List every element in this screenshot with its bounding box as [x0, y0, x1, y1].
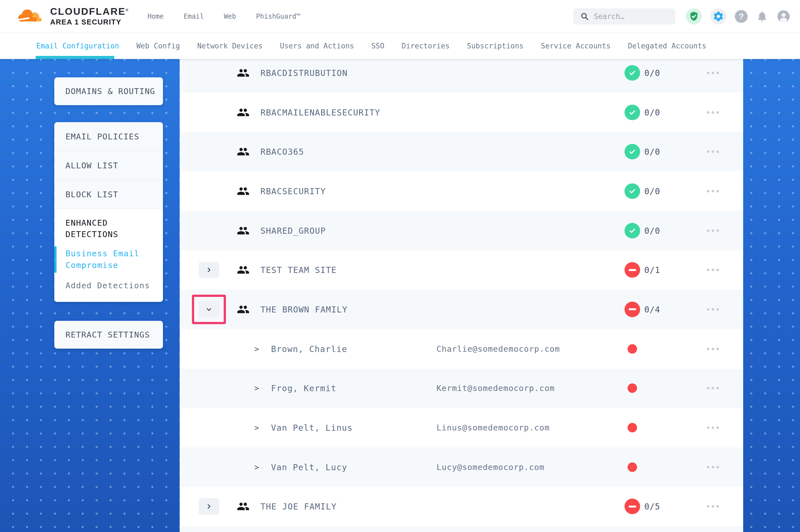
member-count: 0/4	[644, 304, 660, 314]
row-menu-button[interactable]	[707, 151, 719, 153]
row-email: Charlie@somedemocorp.com	[436, 344, 560, 354]
nav-phishguard[interactable]: PhishGuard™	[256, 13, 300, 20]
row-email: Lucy@somedemocorp.com	[436, 462, 545, 472]
active-tab-underline	[36, 56, 114, 59]
table-row: > RBACMAILENABLESECURITY 0/0	[180, 93, 743, 132]
table-row: > Frog, Kermit Kermit@somedemocorp.com	[180, 369, 743, 408]
bell-icon[interactable]	[756, 10, 768, 22]
search-box[interactable]	[573, 8, 675, 24]
tab-users-and-actions[interactable]: Users and Actions	[280, 42, 354, 50]
sidebar-item-retract-settings[interactable]: RETRACT SETTINGS	[54, 321, 163, 349]
groups-table-panel: > RBACDISTRUBUTION 0/0 > RBACMAILENABLES…	[180, 59, 743, 532]
status-ok-badge	[624, 65, 640, 81]
cloudflare-cloud-icon	[17, 7, 46, 26]
gear-icon[interactable]	[710, 8, 726, 24]
row-menu-button[interactable]	[707, 229, 719, 232]
row-menu-button[interactable]	[707, 308, 719, 310]
row-name: RBACO365	[260, 147, 304, 157]
sidebar-item-email-policies[interactable]: EMAIL POLICIES	[54, 122, 163, 151]
member-count: 0/0	[644, 108, 660, 117]
member-count: 0/0	[644, 186, 660, 196]
row-menu-button[interactable]	[707, 269, 719, 271]
nav-home[interactable]: Home	[148, 13, 164, 20]
search-icon	[581, 12, 589, 21]
row-menu-button[interactable]	[707, 190, 719, 192]
row-menu-button[interactable]	[707, 505, 719, 508]
content-area: > RBACDISTRUBUTION 0/0 > RBACMAILENABLES…	[0, 59, 800, 532]
group-icon	[237, 185, 250, 197]
status-ok-badge	[624, 104, 640, 120]
group-icon	[237, 145, 250, 158]
group-icon	[237, 264, 250, 276]
table-row: > RBACO365 0/0	[180, 132, 743, 171]
row-menu-button[interactable]	[707, 111, 719, 114]
table-row: > RBACDISTRUBUTION 0/0	[180, 59, 743, 93]
row-menu-button[interactable]	[707, 72, 719, 74]
row-menu-button[interactable]	[707, 466, 719, 468]
row-menu-button[interactable]	[707, 426, 719, 429]
help-icon[interactable]: ?	[735, 10, 748, 23]
retract-settings-label: RETRACT SETTINGS	[66, 330, 150, 340]
member-chevron-icon[interactable]: >	[254, 344, 259, 354]
status-dot	[628, 462, 637, 472]
group-icon	[237, 106, 250, 119]
tab-sso[interactable]: SSO	[371, 42, 384, 50]
sidebar-item-block-list[interactable]: BLOCK LIST	[54, 180, 163, 209]
status-ok-badge	[624, 223, 640, 239]
status-dot	[628, 383, 637, 393]
member-count: 0/0	[644, 147, 660, 157]
sidebar-item-business-email-compromise[interactable]: Business Email Compromise	[66, 248, 152, 271]
row-email: Linus@somedemocorp.com	[436, 423, 550, 432]
member-count: 0/1	[644, 265, 660, 275]
status-dot	[628, 423, 637, 432]
secondary-nav: Email Configuration Web Config Network D…	[0, 33, 800, 59]
tab-web-config[interactable]: Web Config	[136, 42, 180, 50]
nav-email[interactable]: Email	[184, 13, 204, 20]
member-chevron-icon[interactable]: >	[254, 423, 259, 432]
status-blocked-badge	[624, 302, 640, 317]
table-row: > TEST TEAM SITE 0/1	[180, 250, 743, 290]
member-count: 0/0	[644, 226, 660, 235]
sidebar-item-allow-list[interactable]: ALLOW LIST	[54, 151, 163, 180]
tab-service-accounts[interactable]: Service Accounts	[541, 42, 611, 50]
tab-directories[interactable]: Directories	[402, 42, 450, 50]
tab-subscriptions[interactable]: Subscriptions	[467, 42, 524, 50]
domains-routing-label: DOMAINS & ROUTING	[66, 87, 155, 96]
search-input[interactable]	[594, 12, 663, 21]
minus-icon	[629, 269, 636, 271]
row-name: RBACSECURITY	[260, 186, 326, 196]
brand-subtitle: AREA 1 SECURITY	[50, 18, 129, 26]
row-menu-button[interactable]	[707, 347, 719, 350]
status-blocked-badge	[624, 262, 640, 278]
status-ok-badge	[624, 144, 640, 159]
minus-icon	[629, 506, 636, 508]
nav-web[interactable]: Web	[224, 13, 236, 20]
table-row: > Brown, Charlie Charlie@somedemocorp.co…	[180, 329, 743, 369]
expand-toggle-button[interactable]	[199, 301, 219, 318]
brand-name: CLOUDFLARE®	[50, 6, 129, 17]
expand-toggle-button[interactable]	[199, 498, 219, 514]
expand-toggle-button[interactable]	[199, 262, 219, 278]
row-name: RBACDISTRUBUTION	[260, 68, 348, 78]
tab-network-devices[interactable]: Network Devices	[197, 42, 263, 50]
row-name: RBACMAILENABLESECURITY	[260, 108, 380, 117]
status-dot	[628, 344, 637, 354]
sidebar-item-added-detections[interactable]: Added Detections	[66, 280, 152, 291]
row-name: THE BROWN FAMILY	[260, 304, 348, 314]
member-chevron-icon[interactable]: >	[254, 462, 259, 472]
row-menu-button[interactable]	[707, 387, 719, 390]
account-icon[interactable]	[777, 10, 790, 23]
status-ok-badge	[624, 183, 640, 199]
row-email: Kermit@somedemocorp.com	[436, 383, 555, 393]
member-chevron-icon[interactable]: >	[254, 384, 259, 393]
group-icon	[237, 500, 250, 513]
sidebar-item-domains-routing[interactable]: DOMAINS & ROUTING	[54, 77, 163, 105]
cloudflare-logo[interactable]: CLOUDFLARE® AREA 1 SECURITY	[17, 6, 129, 26]
header-icons: ?	[686, 8, 790, 24]
tab-email-configuration[interactable]: Email Configuration	[36, 42, 119, 50]
tab-delegated-accounts[interactable]: Delegated Accounts	[628, 42, 706, 50]
shield-check-icon[interactable]	[686, 8, 702, 24]
row-name: THE JOE FAMILY	[260, 502, 337, 511]
minus-icon	[629, 308, 636, 310]
sidebar-enhanced-detections-section: ENHANCED DETECTIONS Business Email Compr…	[54, 209, 163, 302]
